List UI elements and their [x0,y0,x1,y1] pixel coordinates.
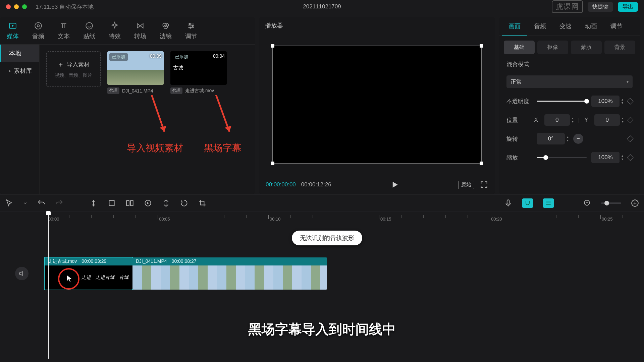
media-clip-1[interactable]: 已添加 00:09 代理 DJI_0411.MP4 [107,51,164,94]
media-clip-2[interactable]: 已添加 00:04 古城 代理 走进古城.mov [170,51,227,94]
insp-tab-adjust[interactable]: 调节 [604,17,629,36]
plus-icon: ＋ [57,60,64,69]
play-button[interactable] [390,180,400,190]
scale-slider[interactable] [537,154,587,161]
subtab-mask[interactable]: 蒙版 [571,41,602,54]
handle-bl[interactable] [271,162,274,165]
tab-adjust[interactable]: 调节 [178,18,204,44]
svg-point-9 [190,27,191,28]
scale-value[interactable]: 100% [591,152,620,163]
svg-rect-15 [126,200,129,205]
effect-icon [110,21,119,30]
split-icon[interactable] [89,199,98,207]
undo-icon[interactable] [37,199,46,207]
magnet-main-icon[interactable] [522,198,533,208]
rotation-value[interactable]: 0° [537,133,565,144]
timeline-clip-1[interactable]: 走进古城.mov 00:00:03:29 走进 走进古城 古城 [45,257,132,290]
svg-rect-14 [109,200,114,205]
rotation-lock-icon[interactable]: − [573,134,583,144]
handle-tr[interactable] [480,44,483,48]
chevron-down-icon: ▾ [627,79,629,84]
svg-point-8 [192,25,193,26]
maximize-dot[interactable] [22,4,27,9]
subtab-bg[interactable]: 背景 [604,41,635,54]
insp-tab-audio[interactable]: 音频 [527,17,553,36]
zoom-out-icon[interactable] [583,199,592,207]
scale-label: 缩放 [506,154,532,162]
pointer-tool-icon[interactable] [5,199,13,207]
svg-line-12 [216,95,229,132]
keyframe-opacity-icon[interactable] [627,98,634,105]
clip-1-name: DJI_0411.MP4 [122,88,153,94]
close-dot[interactable] [6,4,11,9]
handle-tl[interactable] [271,44,274,48]
tab-audio[interactable]: 音频 [25,18,51,44]
import-label: 导入素材 [67,61,90,68]
timeline-clip-1-dur: 00:00:03:29 [82,258,106,264]
opacity-slider[interactable] [537,98,587,105]
filter-icon [161,21,170,30]
svg-point-3 [86,22,93,29]
crop2-icon[interactable] [198,199,207,207]
player-duration: 00:00:12:26 [301,181,331,188]
adjust-icon [187,21,196,30]
reverse-icon[interactable] [144,199,152,207]
export-button[interactable]: 导出 [618,2,638,12]
flip-icon[interactable] [162,199,170,207]
sidebar-item-local[interactable]: 本地 [0,45,39,62]
subtitle-overlay: 黑场字幕导入到时间线中 [248,320,396,339]
timeline-toolbar [0,194,644,212]
timeline-clip-2[interactable]: DJI_0411.MP4 00:00:08:27 [132,257,327,290]
tab-sticker[interactable]: 贴纸 [76,18,102,44]
player-viewport[interactable] [272,46,482,164]
blend-select[interactable]: 正常 ▾ [506,75,633,88]
y-value[interactable]: 0 [594,114,620,126]
magnet-track-icon[interactable] [543,198,554,208]
playhead[interactable] [48,212,49,359]
zoom-slider[interactable] [601,202,621,204]
timeline-clip-1-name: 走进古城.mov [48,258,77,264]
tab-media-label: 媒体 [7,32,19,40]
timeline-ruler[interactable]: 00:0000:0500:1000:1500:2000:25 [47,214,644,223]
clip-word-1: 走进 [82,275,91,281]
opacity-value[interactable]: 100% [591,96,620,107]
handle-br[interactable] [480,162,483,165]
minimize-dot[interactable] [14,4,19,9]
mic-icon[interactable] [504,199,513,207]
tab-effect[interactable]: 特效 [102,18,127,44]
tab-text[interactable]: 文本 [51,18,76,44]
annotation-a: 导入视频素材 [127,95,183,155]
keyframe-scale-icon[interactable] [627,154,634,161]
crop-icon[interactable] [107,199,116,207]
clip-2-innertext: 古城 [173,65,183,71]
subtab-basic[interactable]: 基础 [504,41,535,54]
sidebar-item-library[interactable]: ▸素材库 [0,62,39,79]
x-value[interactable]: 0 [544,114,570,126]
track-mute-button[interactable] [15,267,29,280]
svg-rect-18 [507,200,509,204]
keyframe-pos-icon[interactable] [627,117,634,123]
insp-tab-picture[interactable]: 画面 [502,17,527,36]
tab-media[interactable]: 媒体 [0,18,25,44]
insp-tab-anim[interactable]: 动画 [578,17,604,36]
annotation-b: 黑场字幕 [204,95,241,155]
timeline[interactable]: 00:0000:0500:1000:1500:2000:25 无法识别的音轨波形… [0,212,644,359]
keyframe-rot-icon[interactable] [627,135,634,142]
pointer-dropdown-icon[interactable] [23,199,28,207]
clip-2-proxy-badge: 代理 [170,87,182,94]
zoom-fit-icon[interactable] [631,199,639,207]
subtab-matte[interactable]: 抠像 [537,41,568,54]
resolution-button[interactable]: 原始 [458,181,474,189]
shortcut-button[interactable]: 快捷键 [588,2,613,12]
mirror-icon[interactable] [125,199,134,207]
player-timecode: 00:00:00:00 [266,181,296,188]
text-icon [59,21,68,30]
rotate-icon[interactable] [180,199,189,207]
import-button[interactable]: ＋ 导入素材 视频、音频、图片 [46,51,101,87]
clip-2-tag: 已添加 [172,53,191,61]
insp-tab-speed[interactable]: 变速 [553,17,578,36]
tab-transition[interactable]: 转场 [127,18,153,44]
redo-icon[interactable] [55,199,64,207]
fullscreen-icon[interactable] [480,180,488,189]
tab-filter[interactable]: 滤镜 [153,18,178,44]
